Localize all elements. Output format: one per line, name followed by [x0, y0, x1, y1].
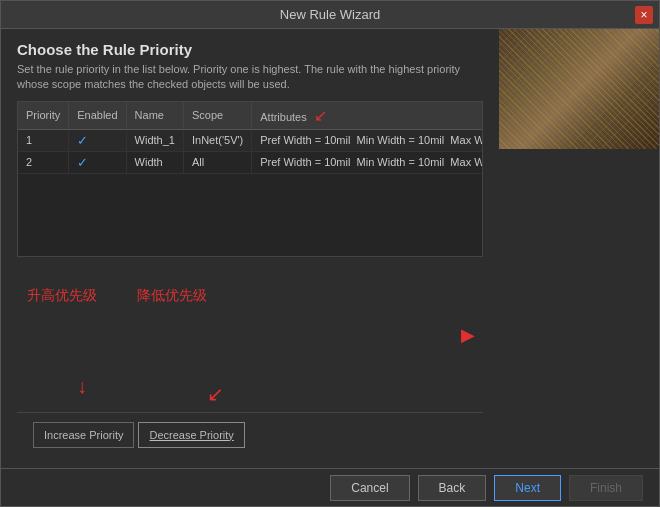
back-button[interactable]: Back: [418, 475, 487, 501]
right-panel: [499, 29, 659, 468]
finish-button[interactable]: Finish: [569, 475, 643, 501]
col-enabled: Enabled: [69, 102, 126, 130]
col-priority: Priority: [18, 102, 69, 130]
cell-priority: 2: [18, 151, 69, 173]
col-attributes: Attributes ↙: [252, 102, 483, 130]
window-title: New Rule Wizard: [280, 7, 380, 22]
header-description: Set the rule priority in the list below.…: [17, 62, 483, 93]
table-header-row: Priority Enabled Name Scope Attributes ↙: [18, 102, 483, 130]
arrow-to-increase: ↓: [77, 375, 87, 398]
close-button[interactable]: ×: [635, 6, 653, 24]
cell-scope: InNet('5V'): [183, 129, 251, 151]
increase-priority-button[interactable]: Increase Priority: [33, 422, 134, 448]
rules-table-container: Priority Enabled Name Scope Attributes ↙…: [17, 101, 483, 258]
cell-enabled: ✓: [69, 151, 126, 173]
table-row[interactable]: 1 ✓ Width_1 InNet('5V') Pref Width = 10m…: [18, 129, 483, 151]
left-panel: Choose the Rule Priority Set the rule pr…: [1, 29, 499, 468]
cell-scope: All: [183, 151, 251, 173]
title-bar: New Rule Wizard ×: [1, 1, 659, 29]
annotation-decrease-zh: 降低优先级: [137, 287, 207, 305]
header-section: Choose the Rule Priority Set the rule pr…: [17, 41, 483, 93]
table-row[interactable]: 2 ✓ Width All Pref Width = 10mil Min Wid…: [18, 151, 483, 173]
col-name: Name: [126, 102, 183, 130]
cell-attributes: Pref Width = 10mil Min Width = 10mil Max…: [252, 151, 483, 173]
main-content: Choose the Rule Priority Set the rule pr…: [1, 29, 659, 468]
annotation-increase-zh: 升高优先级: [27, 287, 97, 305]
main-window: New Rule Wizard × Choose the Rule Priori…: [0, 0, 660, 507]
footer: Cancel Back Next Finish: [1, 468, 659, 506]
play-icon: ▶: [461, 324, 475, 346]
col-scope: Scope: [183, 102, 251, 130]
page-title: Choose the Rule Priority: [17, 41, 483, 58]
arrow-to-decrease: ↙: [207, 382, 224, 406]
rules-table: Priority Enabled Name Scope Attributes ↙…: [18, 102, 483, 174]
cell-priority: 1: [18, 129, 69, 151]
cell-attributes: Pref Width = 10mil Min Width = 10mil Max…: [252, 129, 483, 151]
annotation-area: ▶ 升高优先级 降低优先级 ↓ ↙: [17, 257, 483, 412]
cell-enabled: ✓: [69, 129, 126, 151]
decrease-priority-button[interactable]: Decrease Priority: [138, 422, 244, 448]
decorative-image: [499, 29, 659, 149]
cell-name: Width: [126, 151, 183, 173]
next-button[interactable]: Next: [494, 475, 561, 501]
cancel-button[interactable]: Cancel: [330, 475, 409, 501]
cell-name: Width_1: [126, 129, 183, 151]
priority-buttons-row: Increase Priority Decrease Priority: [17, 412, 483, 456]
